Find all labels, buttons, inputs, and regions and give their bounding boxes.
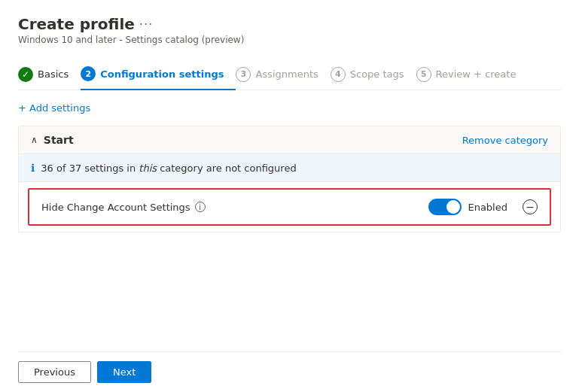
toggle-label: Enabled bbox=[468, 202, 507, 213]
step-configuration[interactable]: 2 Configuration settings bbox=[81, 60, 236, 90]
step-label-assignments: Assignments bbox=[255, 68, 318, 80]
add-settings-link[interactable]: + Add settings bbox=[18, 102, 561, 114]
page-subtitle: Windows 10 and later - Settings catalog … bbox=[18, 35, 561, 45]
step-circle-scope-tags: 4 bbox=[331, 67, 346, 82]
previous-button[interactable]: Previous bbox=[18, 361, 91, 383]
setting-name: Hide Change Account Settings i bbox=[41, 202, 428, 213]
step-scope-tags[interactable]: 4 Scope tags bbox=[331, 61, 416, 90]
step-circle-configuration: 2 bbox=[81, 66, 96, 81]
step-circle-review: 5 bbox=[416, 67, 431, 82]
step-label-basics: Basics bbox=[38, 68, 69, 80]
step-review[interactable]: 5 Review + create bbox=[416, 61, 529, 90]
wizard-steps: ✓ Basics 2 Configuration settings 3 Assi… bbox=[18, 60, 561, 90]
setting-info-icon[interactable]: i bbox=[195, 202, 206, 212]
toggle-switch[interactable] bbox=[428, 199, 462, 215]
page-title: Create profile bbox=[18, 15, 135, 33]
page-header: Create profile ··· Windows 10 and later … bbox=[18, 15, 561, 45]
chevron-down-icon[interactable]: ∧ bbox=[31, 135, 38, 145]
setting-row: Hide Change Account Settings i Enabled − bbox=[28, 188, 551, 226]
step-label-configuration: Configuration settings bbox=[100, 68, 224, 80]
spacer bbox=[18, 242, 561, 351]
page-container: Create profile ··· Windows 10 and later … bbox=[0, 0, 579, 392]
step-circle-assignments: 3 bbox=[236, 67, 251, 82]
step-basics[interactable]: ✓ Basics bbox=[18, 61, 81, 90]
category-header-left: ∧ Start bbox=[31, 134, 74, 146]
title-row: Create profile ··· bbox=[18, 15, 561, 33]
category-name: Start bbox=[44, 134, 74, 146]
info-text: 36 of 37 settings in this category are n… bbox=[41, 163, 296, 174]
remove-setting-icon[interactable]: − bbox=[523, 199, 538, 214]
info-icon: ℹ bbox=[31, 162, 35, 174]
category-header: ∧ Start Remove category bbox=[19, 126, 560, 154]
more-options-icon[interactable]: ··· bbox=[139, 17, 153, 32]
step-assignments[interactable]: 3 Assignments bbox=[236, 61, 330, 90]
next-button[interactable]: Next bbox=[97, 361, 151, 383]
category-section: ∧ Start Remove category ℹ 36 of 37 setti… bbox=[18, 126, 561, 232]
footer: Previous Next bbox=[18, 351, 561, 392]
toggle-area: Enabled bbox=[428, 199, 507, 215]
step-circle-basics: ✓ bbox=[18, 67, 33, 82]
remove-category-link[interactable]: Remove category bbox=[462, 135, 548, 146]
info-banner: ℹ 36 of 37 settings in this category are… bbox=[19, 154, 560, 182]
step-label-scope-tags: Scope tags bbox=[350, 68, 404, 80]
step-label-review: Review + create bbox=[436, 68, 517, 80]
